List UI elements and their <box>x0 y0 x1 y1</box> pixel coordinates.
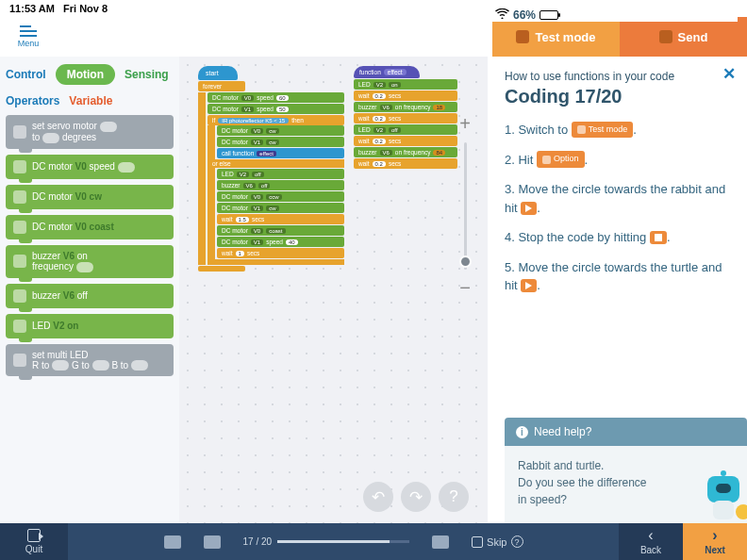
category-sensing[interactable]: Sensing <box>124 68 169 81</box>
send-button[interactable]: Send <box>620 17 747 57</box>
fb-wait3[interactable]: wait0.2secs <box>354 136 457 146</box>
close-panel-button[interactable]: ✕ <box>722 64 736 84</box>
play-icon <box>525 205 532 212</box>
quit-button[interactable]: Quit <box>0 523 68 560</box>
code-canvas[interactable]: start forever DC motorV0speed60 DC motor… <box>179 57 488 523</box>
block-dc1-speed40[interactable]: DC motorV1speed40 <box>217 237 344 247</box>
help-subtitle: How to use functions in your code <box>505 70 730 83</box>
block-wait15[interactable]: wait1.5secs <box>217 214 344 224</box>
block-dc0-coast[interactable]: DC motorV0coast <box>217 225 344 236</box>
block-dc1-cw2[interactable]: DC motorV1cw <box>217 203 344 213</box>
menu-label: Menu <box>0 39 57 48</box>
block-dc1-cw[interactable]: DC motorV1cw <box>217 137 344 147</box>
led-icon <box>13 354 26 367</box>
buzzer-icon <box>13 289 26 303</box>
zoom-control: + − <box>459 113 471 299</box>
next-button[interactable]: › Next <box>683 523 747 560</box>
ios-status-bar: 11:53 AM Fri Nov 8 66% <box>0 0 747 17</box>
redo-button[interactable]: ↷ <box>401 482 431 512</box>
skip-control[interactable]: Skip ? <box>472 535 523 548</box>
help-canvas-button[interactable]: ? <box>439 482 469 512</box>
gear-icon <box>542 156 551 164</box>
buzzer-icon <box>13 255 26 268</box>
category-operators[interactable]: Operators <box>6 94 59 107</box>
clipboard-icon[interactable] <box>432 535 449 549</box>
send-icon <box>659 30 672 43</box>
fb-wait4[interactable]: wait0.2secs <box>354 158 457 169</box>
step-5: 5. Move the circle towards the turtle an… <box>505 258 730 295</box>
block-dc-coast[interactable]: DC motor V0 coast <box>6 215 174 239</box>
zoom-knob[interactable] <box>459 255 472 268</box>
progress-indicator: 17 / 20 <box>243 536 410 547</box>
tag-test-mode: Test mode <box>572 122 634 139</box>
step-3: 3. Move the circle towards the rabbit an… <box>505 180 730 217</box>
fb-wait2[interactable]: wait0.2secs <box>354 113 457 124</box>
block-dc0-ccw[interactable]: DC motorV0ccw <box>217 191 344 202</box>
zoom-out-button[interactable]: − <box>459 277 471 299</box>
skip-checkbox[interactable] <box>472 536 483 548</box>
need-help-header[interactable]: i Need help? <box>505 418 747 446</box>
tag-stop <box>650 231 667 244</box>
refresh-icon <box>577 125 586 134</box>
block-forever[interactable]: forever <box>198 81 245 91</box>
play-icon <box>525 282 532 289</box>
step-2: 2. Hit Option. <box>505 151 730 170</box>
stack-main[interactable]: start forever DC motorV0speed60 DC motor… <box>198 66 344 272</box>
servo-icon <box>13 125 26 139</box>
zoom-in-button[interactable]: + <box>459 113 471 135</box>
step-1: 1. Switch to Test mode. <box>505 121 730 140</box>
fb-led-on[interactable]: LEDV2on <box>354 79 457 90</box>
motor-icon <box>13 190 26 204</box>
category-variable[interactable]: Variable <box>69 94 112 107</box>
app-top-bar: Menu Test mode Send <box>0 17 747 57</box>
tag-play2 <box>521 279 537 292</box>
chat-icon[interactable] <box>164 535 181 549</box>
block-dc-speed[interactable]: DC motor V0 speed <box>6 155 174 179</box>
back-button[interactable]: ‹ Back <box>619 523 683 560</box>
info-icon: i <box>516 426 528 438</box>
hat-start[interactable]: start <box>198 66 238 80</box>
undo-button[interactable]: ↶ <box>363 482 393 512</box>
progress-bar <box>277 540 409 543</box>
robot-icon[interactable] <box>204 535 221 549</box>
motor-icon <box>13 160 26 173</box>
menu-icon <box>20 25 37 37</box>
category-control[interactable]: Control <box>6 68 46 81</box>
robot-mascot-icon <box>700 470 747 527</box>
block-dc0-speed60[interactable]: DC motorV0speed60 <box>208 92 344 103</box>
block-buzzer-off[interactable]: buzzer V6 off <box>6 284 174 308</box>
skip-help-icon[interactable]: ? <box>511 535 523 548</box>
block-call-effect[interactable]: call functioneffect <box>217 148 344 158</box>
hat-function[interactable]: functioneffect <box>354 66 420 78</box>
category-motion[interactable]: Motion <box>56 64 115 85</box>
block-dc1-speed50[interactable]: DC motorV1speed50 <box>208 104 344 114</box>
battery-icon <box>540 10 558 20</box>
quit-icon <box>27 529 41 542</box>
fb-buz84[interactable]: buzzerV6on frequency84 <box>354 147 457 157</box>
block-endforever <box>198 266 245 272</box>
block-set-servo[interactable]: set servo motor to degrees <box>6 115 174 149</box>
menu-button[interactable]: Menu <box>0 25 57 48</box>
battery-pct: 66% <box>513 8 536 22</box>
block-buzzer-off-c[interactable]: buzzerV6off <box>217 180 344 190</box>
wifi-icon <box>495 8 509 22</box>
block-led-off[interactable]: LEDV2off <box>217 169 344 179</box>
block-multi-led[interactable]: set multi LED R to G to B to <box>6 344 174 377</box>
block-led-on[interactable]: LED V2 on <box>6 314 174 338</box>
stack-function[interactable]: functioneffect LEDV2on wait0.2secs buzze… <box>354 66 457 170</box>
block-dc-cw[interactable]: DC motor V0 cw <box>6 185 174 209</box>
block-if[interactable]: if IR photoreflector K5 < 15 then <box>208 115 344 125</box>
led-icon <box>13 320 26 333</box>
need-help-box: i Need help? Rabbit and turtle. Do you s… <box>505 418 747 523</box>
fb-wait1[interactable]: wait0.2secs <box>354 91 457 101</box>
block-buzzer-on[interactable]: buzzer V6 onfrequency <box>6 245 174 278</box>
fb-buz18[interactable]: buzzerV6on frequency18 <box>354 102 457 112</box>
zoom-slider[interactable] <box>464 142 467 270</box>
test-mode-label: Test mode <box>535 30 595 44</box>
block-wait1[interactable]: wait1secs <box>217 248 344 258</box>
need-help-body: Rabbit and turtle. Do you see the differ… <box>505 446 747 523</box>
fb-led-off[interactable]: LEDV2off <box>354 124 457 135</box>
block-dc0-cw[interactable]: DC motorV0cw <box>217 125 344 136</box>
test-mode-button[interactable]: Test mode <box>492 17 620 57</box>
block-else[interactable]: or else <box>208 159 344 168</box>
